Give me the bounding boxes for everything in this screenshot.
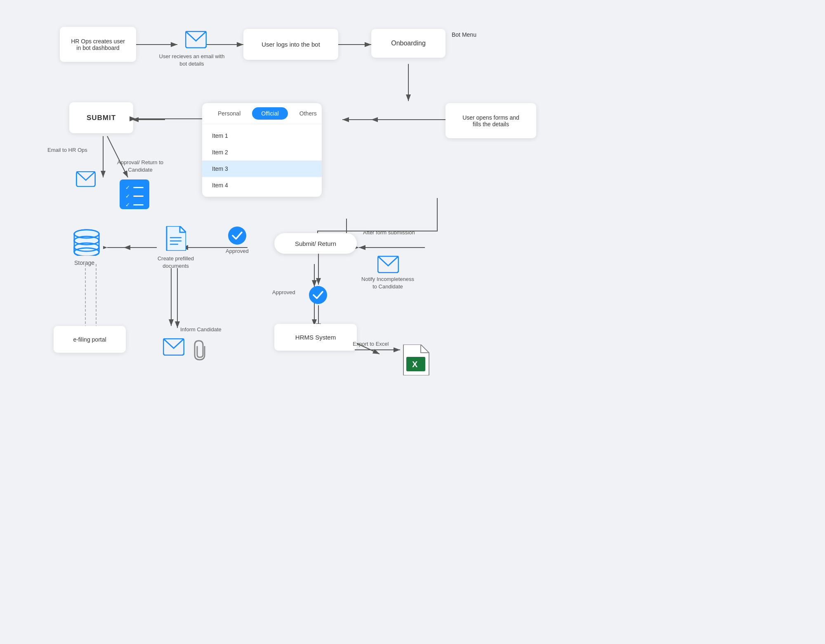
- create-docs-icon: [164, 226, 187, 251]
- onboarding-box: Onboarding: [371, 29, 446, 58]
- arrow-hrms-excel: [355, 346, 404, 362]
- svg-text:X: X: [412, 360, 418, 369]
- export-label: Export to Excel: [353, 340, 389, 348]
- after-form-arrow: [355, 243, 429, 252]
- user-opens-box: User opens forms and fills the details: [446, 103, 536, 138]
- storage-label: Storage: [74, 259, 94, 267]
- after-form-label: After form submission: [363, 229, 415, 236]
- email-inform-icon: [163, 338, 184, 356]
- user-logs-box: User logs into the bot: [243, 29, 338, 60]
- svg-point-52: [309, 286, 327, 304]
- submit-return-button[interactable]: Submit/ Return: [274, 233, 357, 254]
- arrow-approved-docs: [182, 243, 231, 252]
- create-docs-label: Create prefilled documents: [155, 255, 196, 270]
- dropdown-item-1[interactable]: Item 1: [202, 127, 322, 144]
- inform-label: Inform Candidate: [180, 326, 222, 333]
- checklist-icon: ✓ ✓ ✓: [120, 179, 149, 209]
- email-to-hr-label: Email to HR Ops: [47, 146, 87, 154]
- checklist-row-2: ✓: [125, 193, 144, 199]
- bot-menu-label: Bot Menu: [452, 31, 476, 39]
- arrow-docs-inform: [173, 268, 182, 330]
- tab-official[interactable]: Official: [252, 107, 288, 120]
- dashed-line-storage-2: [96, 264, 97, 328]
- email-icon-top: [184, 31, 208, 48]
- approve-check-2: [309, 285, 328, 306]
- approval-label: Approval/ Return to Candidate: [116, 159, 165, 174]
- dropdown-list: Item 1 Item 2 Item 3 Item 4: [202, 124, 322, 197]
- tabs-widget[interactable]: Personal Official Others Item 1 Item 2 I…: [202, 103, 322, 197]
- dropdown-item-3[interactable]: Item 3: [202, 160, 322, 177]
- hrms-box: HRMS System: [274, 324, 357, 351]
- tab-others[interactable]: Others: [290, 107, 322, 120]
- email-bot-label: User recieves an email with bot details: [155, 53, 229, 68]
- tabs-bar: Personal Official Others: [202, 103, 322, 124]
- hr-ops-box: HR Ops creates user in bot dashboard: [60, 27, 136, 62]
- submit-box[interactable]: SUBMIT: [69, 102, 133, 133]
- paperclip-icon: [190, 339, 210, 363]
- checklist-row-1: ✓: [125, 184, 144, 191]
- dropdown-item-4[interactable]: Item 4: [202, 177, 322, 193]
- excel-icon: X: [402, 344, 431, 377]
- dropdown-item-2[interactable]: Item 2: [202, 144, 322, 160]
- arrows-svg: [0, 0, 825, 644]
- diagram: HR Ops creates user in bot dashboard Use…: [0, 0, 825, 644]
- arrow-submitreturn-approved: [314, 254, 323, 287]
- arrow-submit-left: [132, 115, 206, 123]
- notify-label: Notify Incompleteness to Candidate: [361, 276, 415, 290]
- arrow-docs-storage: [103, 243, 157, 252]
- email-icon-left: [75, 171, 96, 187]
- approved-2-label: Approved: [272, 289, 295, 296]
- email-notify-icon: [377, 256, 399, 273]
- checklist-row-3: ✓: [125, 202, 144, 208]
- storage-icon: [70, 229, 103, 256]
- tab-personal[interactable]: Personal: [209, 107, 250, 120]
- dashed-line-storage: [85, 264, 86, 328]
- efiling-box: e-filing portal: [54, 326, 126, 353]
- svg-point-29: [228, 226, 246, 245]
